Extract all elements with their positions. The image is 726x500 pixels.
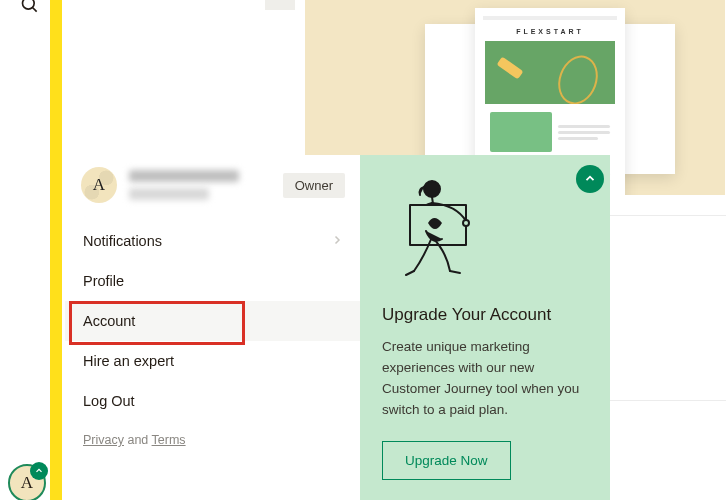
user-info xyxy=(129,170,271,200)
privacy-link[interactable]: Privacy xyxy=(83,433,124,447)
divider xyxy=(610,215,726,216)
upgrade-body: Create unique marketing experiences with… xyxy=(382,337,588,421)
avatar: A xyxy=(81,167,117,203)
upgrade-title: Upgrade Your Account xyxy=(382,305,588,325)
arrow-up-circle-icon[interactable] xyxy=(576,165,604,193)
menu-item-profile[interactable]: Profile xyxy=(65,261,361,301)
user-name-redacted xyxy=(129,170,239,182)
user-menu-dropdown: A Owner Notifications Profile Account Hi… xyxy=(65,155,361,475)
svg-point-2 xyxy=(424,181,440,197)
legal-links: Privacy and Terms xyxy=(65,421,361,447)
nav-accent-bar xyxy=(50,0,62,500)
user-sub-redacted xyxy=(129,188,209,200)
menu-item-hire-expert[interactable]: Hire an expert xyxy=(65,341,361,381)
floating-avatar-button[interactable]: A xyxy=(8,464,46,500)
upgrade-card: Upgrade Your Account Create unique marke… xyxy=(360,155,610,500)
upgrade-illustration xyxy=(382,175,502,295)
search-icon[interactable] xyxy=(20,0,40,15)
role-badge: Owner xyxy=(283,173,345,198)
legal-separator: and xyxy=(124,433,152,447)
menu-label: Profile xyxy=(83,273,124,289)
svg-line-1 xyxy=(33,8,37,12)
menu-item-account[interactable]: Account xyxy=(65,301,361,341)
menu-label: Notifications xyxy=(83,233,162,249)
menu-label: Log Out xyxy=(83,393,135,409)
terms-link[interactable]: Terms xyxy=(152,433,186,447)
chevron-right-icon xyxy=(331,233,343,249)
menu-label: Account xyxy=(83,313,135,329)
svg-point-4 xyxy=(463,220,469,226)
template-brand-label: FLEXSTART xyxy=(516,28,584,35)
background-block xyxy=(265,0,295,10)
menu-label: Hire an expert xyxy=(83,353,174,369)
divider xyxy=(610,400,726,401)
upgrade-now-button[interactable]: Upgrade Now xyxy=(382,441,511,480)
arrow-up-circle-icon xyxy=(30,462,48,480)
menu-item-notifications[interactable]: Notifications xyxy=(65,221,361,261)
menu-item-logout[interactable]: Log Out xyxy=(65,381,361,421)
user-header: A Owner xyxy=(65,155,361,221)
avatar-letter: A xyxy=(93,175,105,195)
